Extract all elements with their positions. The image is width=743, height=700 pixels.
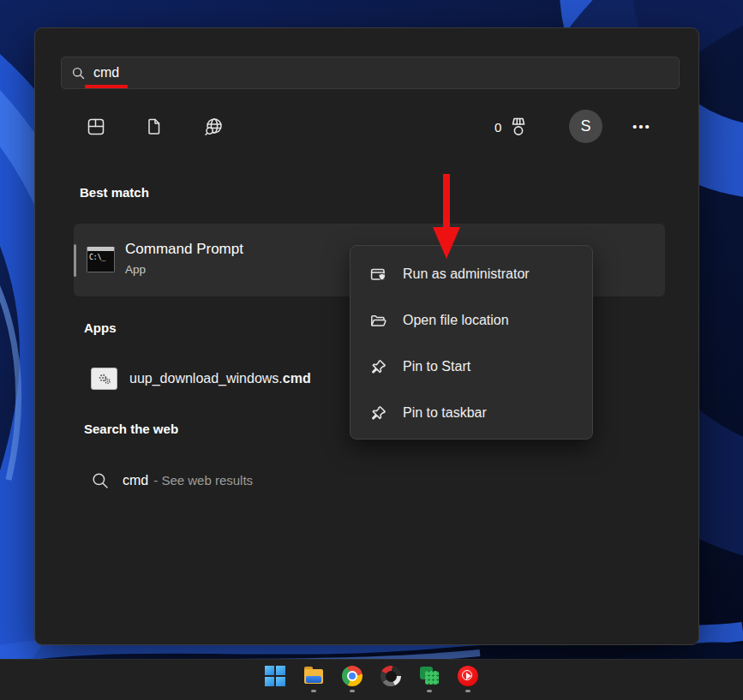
- search-query-text: cmd: [93, 65, 119, 81]
- taskbar: [0, 659, 743, 700]
- rewards-count: 0: [494, 120, 501, 135]
- run-as-admin-icon: [369, 266, 387, 284]
- selection-indicator: [74, 244, 76, 277]
- pin-icon: [369, 358, 387, 376]
- running-indicator: [465, 690, 470, 692]
- account-avatar[interactable]: S: [569, 110, 602, 143]
- chat-bubbles-icon: [419, 666, 440, 686]
- rewards-medal-icon: [507, 116, 530, 139]
- search-input[interactable]: cmd: [61, 57, 680, 89]
- taskbar-start-button[interactable]: [265, 666, 285, 692]
- file-explorer-icon: [303, 666, 324, 686]
- menu-item-pin-to-taskbar[interactable]: Pin to taskbar: [351, 390, 592, 436]
- search-the-web-heading: Search the web: [84, 422, 178, 436]
- running-indicator: [311, 690, 316, 692]
- more-options-button[interactable]: •••: [623, 110, 661, 143]
- menu-item-run-as-administrator[interactable]: Run as administrator: [351, 251, 592, 297]
- filter-apps-button[interactable]: [84, 115, 108, 139]
- web-search-result[interactable]: cmd- See web results: [92, 470, 253, 492]
- apps-heading: Apps: [84, 320, 117, 335]
- windows-logo-icon: [265, 666, 285, 686]
- folder-open-icon: [369, 312, 387, 330]
- result-subtitle: App: [125, 263, 146, 276]
- taskbar-chrome[interactable]: [342, 666, 363, 692]
- avatar-initial: S: [580, 117, 590, 135]
- taskbar-youtube-music[interactable]: [458, 666, 478, 692]
- chrome-icon: [342, 666, 363, 686]
- taskbar-lens-app[interactable]: [380, 666, 401, 692]
- taskbar-file-explorer[interactable]: [303, 666, 324, 692]
- magnifier-icon: [92, 472, 109, 489]
- filter-web-button[interactable]: [201, 115, 225, 139]
- menu-item-pin-to-start[interactable]: Pin to Start: [351, 344, 592, 390]
- apps-grid-icon: [86, 117, 106, 137]
- globe-search-icon: [203, 117, 225, 138]
- search-icon: [72, 67, 85, 80]
- app-result-uup-script[interactable]: uup_download_windows.cmd: [91, 365, 311, 392]
- batch-file-icon: [91, 368, 117, 390]
- app-result-name: uup_download_windows.cmd: [129, 371, 311, 386]
- web-result-text: cmd- See web results: [123, 473, 253, 488]
- youtube-music-icon: [458, 666, 478, 686]
- result-title: Command Prompt: [125, 241, 243, 258]
- document-icon: [144, 117, 165, 137]
- annotation-underline: [85, 85, 128, 88]
- rewards-button[interactable]: 0: [494, 114, 530, 140]
- best-match-heading: Best match: [80, 185, 149, 200]
- ellipsis-icon: •••: [632, 119, 651, 134]
- context-menu: Run as administrator Open file location …: [350, 245, 593, 440]
- running-indicator: [350, 690, 355, 692]
- menu-item-open-file-location[interactable]: Open file location: [351, 297, 592, 344]
- taskbar-chat-app[interactable]: [419, 666, 440, 692]
- filter-documents-button[interactable]: [142, 115, 166, 139]
- running-indicator: [427, 690, 432, 692]
- camera-lens-icon: [380, 666, 401, 686]
- pin-icon: [369, 404, 387, 422]
- command-prompt-icon: C:\_: [87, 247, 115, 272]
